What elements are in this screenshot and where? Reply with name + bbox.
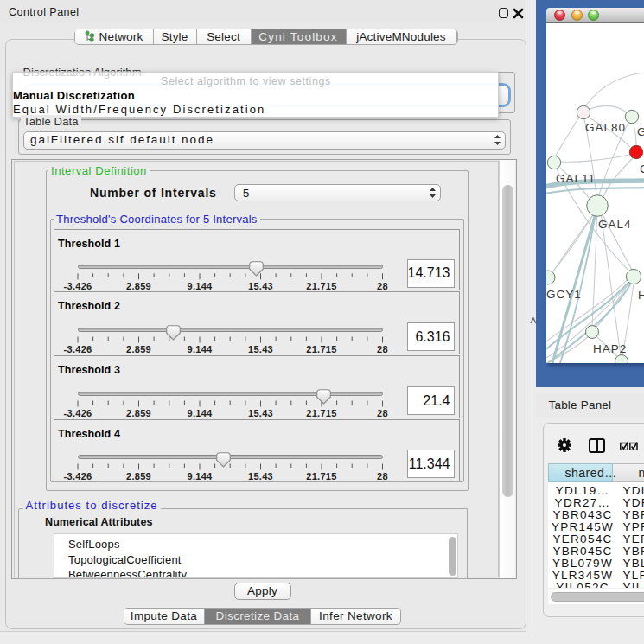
svg-text:GAL11: GAL11 — [556, 172, 596, 185]
svg-text:C: C — [640, 163, 644, 175]
svg-text:H: H — [638, 289, 644, 302]
svg-text:GCY1: GCY1 — [546, 288, 582, 301]
svg-text:GAL4: GAL4 — [598, 218, 632, 231]
svg-text:G: G — [637, 125, 644, 138]
svg-text:HAP2: HAP2 — [593, 342, 627, 355]
svg-text:GAL80: GAL80 — [585, 121, 626, 134]
